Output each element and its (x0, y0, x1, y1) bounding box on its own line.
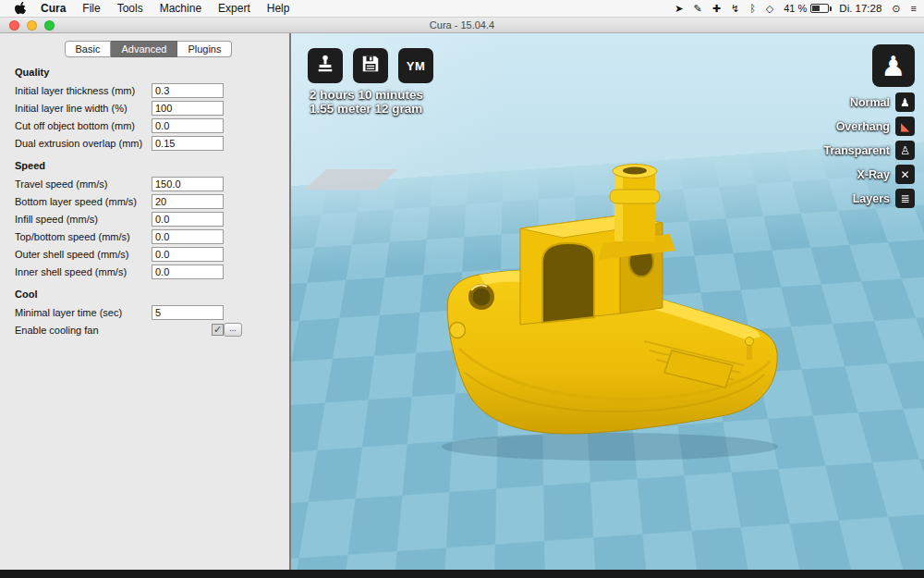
outer-shell-speed-input[interactable] (152, 247, 224, 262)
section-speed: Speed (15, 160, 282, 171)
setting-label: Travel speed (mm/s) (15, 178, 152, 190)
save-toolpath-button[interactable] (353, 48, 388, 83)
settings-tabs: Basic Advanced Plugins (15, 41, 282, 57)
setting-label: Enable cooling fan (15, 325, 209, 336)
apple-icon[interactable] (7, 2, 32, 16)
zoom-button[interactable] (44, 20, 55, 31)
tab-plugins[interactable]: Plugins (177, 41, 232, 57)
tab-advanced[interactable]: Advanced (111, 41, 177, 57)
window-content: Basic Advanced Plugins Quality Initial l… (0, 33, 924, 570)
menu-expert[interactable]: Expert (210, 2, 259, 15)
initial-layer-thickness-input[interactable] (152, 83, 224, 98)
setting-row: Travel speed (mm/s) (15, 177, 224, 191)
setting-row: Cut off object bottom (mm) (15, 118, 224, 133)
layers-view-icon: ≣ (895, 189, 915, 208)
menu-machine[interactable]: Machine (152, 2, 210, 15)
view-mode-label: Transparent (823, 144, 890, 157)
setting-row: Minimal layer time (sec) (15, 305, 224, 320)
cut-off-object-bottom-input[interactable] (152, 118, 224, 133)
window-title: Cura - 15.04.4 (430, 19, 494, 31)
bolt-icon[interactable]: ↯ (731, 4, 739, 14)
view-mode-transparent[interactable]: Transparent ♙ (823, 141, 915, 160)
material-estimate: 1.55 meter 12 gram (310, 102, 423, 116)
view-mode-label: Overhang (836, 120, 890, 133)
view-mode-xray[interactable]: X-Ray ✕ (857, 165, 915, 184)
plus-icon[interactable]: ✚ (712, 4, 721, 14)
menu-file[interactable]: File (74, 2, 108, 15)
tab-basic[interactable]: Basic (65, 41, 112, 57)
youmagine-icon: YM (407, 59, 426, 73)
setting-label: Outer shell speed (mm/s) (15, 249, 152, 260)
menu-bar: Cura File Tools Machine Expert Help ➤ ✎ … (0, 0, 924, 18)
menu-tools[interactable]: Tools (109, 2, 152, 15)
battery-percent: 41 % (784, 3, 807, 14)
window-title-bar: Cura - 15.04.4 (0, 18, 924, 33)
notification-center-icon[interactable]: ≡ (911, 4, 917, 14)
transparent-view-icon: ♙ (895, 141, 915, 160)
setting-row: Top/bottom speed (mm/s) (15, 229, 224, 244)
diamond-icon[interactable]: ◇ (766, 4, 773, 14)
view-mode-label: Normal (850, 96, 890, 109)
xray-view-icon: ✕ (895, 165, 915, 184)
bottom-layer-speed-input[interactable] (152, 194, 224, 209)
setting-label: Top/bottom speed (mm/s) (15, 231, 152, 242)
view-mode-layers[interactable]: Layers ≣ (853, 189, 915, 208)
top-bottom-speed-input[interactable] (152, 229, 224, 244)
infill-speed-input[interactable] (152, 212, 224, 227)
enable-cooling-fan-checkbox[interactable]: ✓ (212, 324, 224, 336)
setting-label: Infill speed (mm/s) (15, 214, 152, 225)
setting-label: Dual extrusion overlap (mm) (15, 138, 152, 149)
setting-label: Initial layer line width (%) (15, 103, 152, 114)
view-mode-label: X-Ray (857, 168, 890, 181)
setting-row: Enable cooling fan ✓ ... (15, 323, 242, 337)
inner-shell-speed-input[interactable] (152, 264, 224, 279)
viewport-toolbar: YM (308, 48, 433, 83)
more-options-button[interactable]: ... (224, 323, 242, 337)
load-model-button[interactable] (308, 48, 343, 83)
setting-label: Cut off object bottom (mm) (15, 120, 152, 131)
setting-row: Outer shell speed (mm/s) (15, 247, 224, 262)
normal-view-icon: ♟ (895, 92, 915, 112)
share-youmagine-button[interactable]: YM (398, 48, 433, 83)
view-mode-normal[interactable]: Normal ♟ (850, 92, 915, 112)
battery-status[interactable]: 41 % (784, 3, 829, 14)
view-mode-button[interactable]: ♟ (872, 44, 915, 87)
bluetooth-icon[interactable]: ᛒ (749, 4, 756, 14)
dual-extrusion-overlap-input[interactable] (152, 136, 224, 151)
menu-help[interactable]: Help (259, 2, 298, 15)
section-quality: Quality (15, 67, 282, 78)
setting-row: Initial layer line width (%) (15, 101, 224, 116)
pencil-icon[interactable]: ✎ (694, 4, 702, 14)
minimize-button[interactable] (27, 20, 37, 31)
setting-row: Inner shell speed (mm/s) (15, 264, 224, 279)
battery-icon (810, 4, 829, 13)
status-tray: ➤ ✎ ✚ ↯ ᛒ ◇ 41 % Di. 17:28 ⊙ ≡ (675, 3, 917, 14)
setting-label: Minimal layer time (sec) (15, 307, 152, 318)
minimal-layer-time-input[interactable] (152, 305, 224, 320)
view-mode-label: Layers (853, 192, 890, 205)
load-model-icon (315, 54, 335, 78)
send-icon[interactable]: ➤ (675, 4, 683, 14)
setting-row: Initial layer thickness (mm) (15, 83, 224, 98)
overhang-view-icon: ◣ (895, 117, 915, 136)
benchy-model[interactable] (439, 158, 790, 463)
view-mode-icon: ♟ (881, 50, 906, 82)
initial-layer-line-width-input[interactable] (152, 101, 224, 116)
setting-label: Bottom layer speed (mm/s) (15, 196, 152, 207)
menu-clock[interactable]: Di. 17:28 (839, 3, 881, 14)
setting-label: Initial layer thickness (mm) (15, 85, 152, 96)
view-mode-overhang[interactable]: Overhang ◣ (836, 117, 915, 136)
window-controls (9, 20, 55, 31)
menu-app-name[interactable]: Cura (32, 2, 74, 15)
travel-speed-input[interactable] (152, 177, 224, 191)
close-button[interactable] (9, 20, 19, 31)
view-mode-list: Normal ♟ Overhang ◣ Transparent ♙ X-Ray … (823, 92, 915, 208)
spotlight-icon[interactable]: ⊙ (892, 4, 900, 14)
viewport-3d[interactable]: YM 2 hours 10 minutes 1.55 meter 12 gram… (291, 33, 924, 570)
print-estimates: 2 hours 10 minutes 1.55 meter 12 gram (310, 88, 423, 116)
setting-row: Bottom layer speed (mm/s) (15, 194, 224, 209)
setting-label: Inner shell speed (mm/s) (15, 266, 152, 277)
save-icon (360, 54, 381, 78)
bottom-strip (0, 570, 924, 578)
setting-row: Infill speed (mm/s) (15, 212, 224, 227)
